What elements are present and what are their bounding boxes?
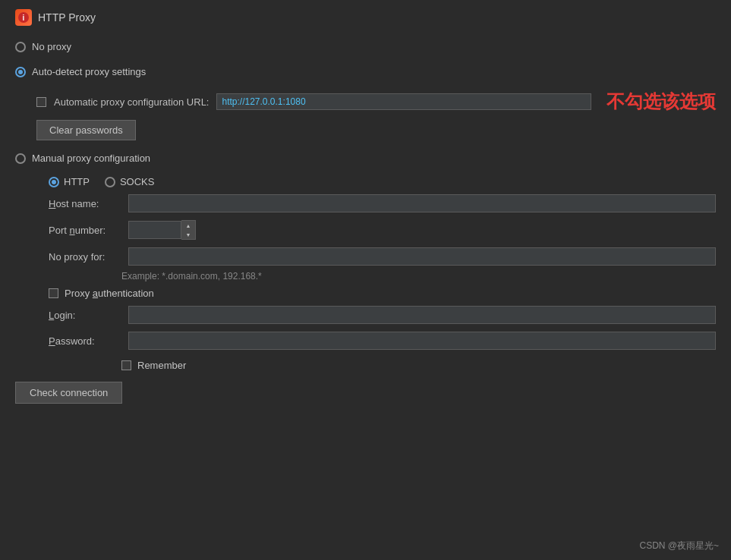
auto-detect-radio[interactable] xyxy=(15,67,26,77)
port-spinner: 80 ▲ ▼ xyxy=(128,220,196,240)
no-proxy-radio[interactable] xyxy=(15,42,26,52)
no-proxy-for-label: No proxy for: xyxy=(49,251,121,263)
watermark: CSDN @夜雨星光~ xyxy=(639,540,719,552)
remember-label: Remember xyxy=(137,360,186,371)
proxy-auth-label: Proxy authentication xyxy=(65,288,154,299)
port-number-label: Port number: xyxy=(49,225,121,236)
host-name-input[interactable] xyxy=(128,194,716,212)
auto-config-label: Automatic proxy configuration URL: xyxy=(54,96,209,108)
socks-radio[interactable] xyxy=(105,177,115,187)
no-proxy-label: No proxy xyxy=(32,41,71,52)
protocol-row: HTTP SOCKS xyxy=(15,173,716,190)
port-increment-button[interactable]: ▲ xyxy=(181,221,195,230)
svg-text:i: i xyxy=(23,14,25,22)
http-protocol-option[interactable]: HTTP xyxy=(49,176,90,187)
auto-detect-option[interactable]: Auto-detect proxy settings xyxy=(15,61,716,82)
proxy-auth-row[interactable]: Proxy authentication xyxy=(15,285,716,302)
auto-config-checkbox[interactable] xyxy=(36,97,46,107)
no-proxy-option[interactable]: No proxy xyxy=(15,36,716,57)
password-row: Password: xyxy=(15,328,716,354)
port-input[interactable]: 80 xyxy=(128,221,181,239)
remember-checkbox[interactable] xyxy=(121,360,131,370)
manual-proxy-radio[interactable] xyxy=(15,153,26,164)
auto-config-url-input[interactable] xyxy=(216,93,591,110)
http-radio[interactable] xyxy=(49,177,59,187)
manual-proxy-label: Manual proxy configuration xyxy=(32,153,150,164)
title-bar: i HTTP Proxy xyxy=(15,9,716,26)
socks-label: SOCKS xyxy=(120,176,155,187)
remember-row[interactable]: Remember xyxy=(15,357,716,374)
login-row: Login: xyxy=(15,302,716,328)
check-connection-button[interactable]: Check connection xyxy=(15,382,122,404)
login-input[interactable] xyxy=(128,306,716,324)
password-input[interactable] xyxy=(128,332,716,350)
auto-detect-label: Auto-detect proxy settings xyxy=(32,66,146,77)
clear-passwords-button[interactable]: Clear passwords xyxy=(36,120,136,140)
footer-actions: Check connection xyxy=(15,374,716,404)
auto-config-row: Automatic proxy configuration URL: 不勾选该选… xyxy=(15,87,716,117)
password-label: Password: xyxy=(49,335,121,347)
port-number-row: Port number: 80 ▲ ▼ xyxy=(15,216,716,244)
socks-protocol-option[interactable]: SOCKS xyxy=(105,176,155,187)
page-title: HTTP Proxy xyxy=(38,11,96,24)
port-spinner-buttons: ▲ ▼ xyxy=(181,220,196,240)
host-name-label: Host name: xyxy=(49,198,121,209)
login-label: Login: xyxy=(49,310,121,321)
no-proxy-for-row: No proxy for: xyxy=(15,244,716,269)
http-label: HTTP xyxy=(64,176,90,187)
annotation-text: 不勾选该选项 xyxy=(607,90,716,114)
proxy-auth-checkbox[interactable] xyxy=(49,288,58,298)
app-icon: i xyxy=(15,9,32,26)
no-proxy-for-input[interactable] xyxy=(128,247,716,266)
port-decrement-button[interactable]: ▼ xyxy=(181,230,195,239)
manual-proxy-option[interactable]: Manual proxy configuration xyxy=(15,148,716,168)
host-name-row: Host name: xyxy=(15,190,716,216)
example-hint: Example: *.domain.com, 192.168.* xyxy=(15,269,716,285)
